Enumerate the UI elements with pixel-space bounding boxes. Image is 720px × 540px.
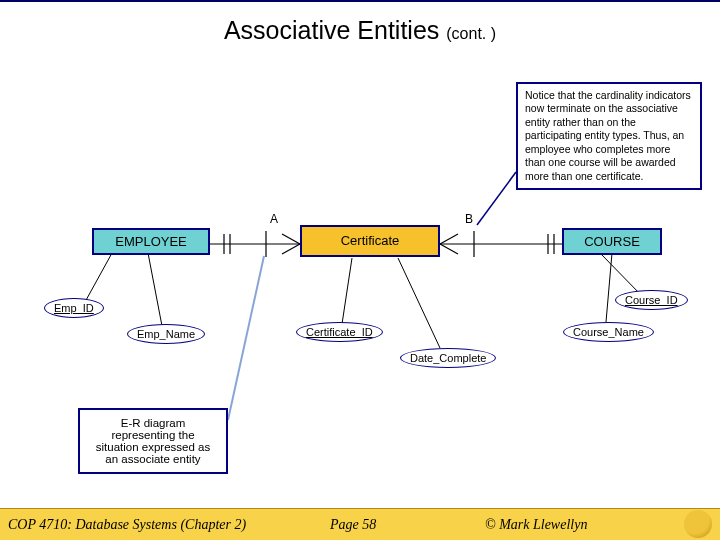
footer-right: © Mark Llewellyn <box>485 517 587 533</box>
svg-line-7 <box>440 244 458 254</box>
svg-line-3 <box>282 234 300 244</box>
page-title: Associative Entities (cont. ) <box>0 16 720 45</box>
svg-line-16 <box>398 258 440 348</box>
svg-line-4 <box>282 244 300 254</box>
entity-certificate: Certificate <box>300 225 440 257</box>
callout-note: Notice that the cardinality indicators n… <box>516 82 702 190</box>
attr-label: Course_ID <box>625 294 678 306</box>
title-divider <box>0 0 720 2</box>
cardinality-b-label: B <box>465 212 473 226</box>
cardinality-a-label: A <box>270 212 278 226</box>
attr-label: Emp_ID <box>54 302 94 314</box>
er-caption: E-R diagram representing the situation e… <box>78 408 228 474</box>
footer-left: COP 4710: Database Systems (Chapter 2) <box>8 517 246 533</box>
title-main: Associative Entities <box>224 16 446 44</box>
svg-line-13 <box>85 253 112 302</box>
attr-course-id: Course_ID <box>615 290 688 310</box>
attr-date-complete: Date_Complete <box>400 348 496 368</box>
svg-line-18 <box>606 253 612 322</box>
attr-emp-name: Emp_Name <box>127 324 205 344</box>
svg-line-14 <box>148 253 162 326</box>
svg-line-17 <box>600 253 642 296</box>
title-cont: (cont. ) <box>446 25 496 42</box>
ucf-logo-icon <box>684 510 712 538</box>
entity-employee: EMPLOYEE <box>92 228 210 255</box>
svg-line-19 <box>228 256 264 420</box>
svg-line-6 <box>440 234 458 244</box>
attr-course-name: Course_Name <box>563 322 654 342</box>
svg-line-0 <box>477 172 516 225</box>
attr-label: Certificate_ID <box>306 326 373 338</box>
svg-line-15 <box>342 258 352 324</box>
entity-course: COURSE <box>562 228 662 255</box>
attr-certificate-id: Certificate_ID <box>296 322 383 342</box>
attr-emp-id: Emp_ID <box>44 298 104 318</box>
footer-center: Page 58 <box>330 517 376 533</box>
slide-footer: COP 4710: Database Systems (Chapter 2) P… <box>0 508 720 540</box>
